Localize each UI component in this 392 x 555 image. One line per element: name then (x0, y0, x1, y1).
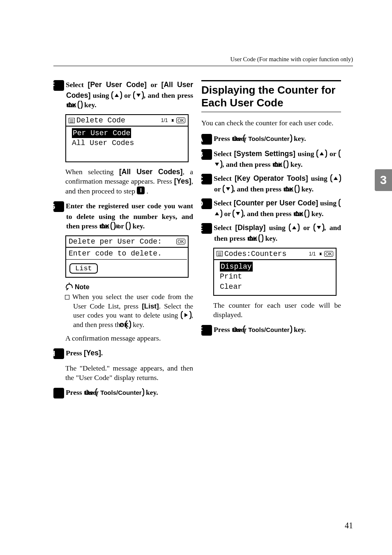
ok-icon-3: OK (324, 251, 333, 257)
lcd-delete-per-user: Delete per User Code: OK Enter code to d… (65, 235, 189, 278)
page-number: 41 (345, 521, 353, 530)
rlcd-row1: Display (220, 262, 253, 272)
r-step-5: ESelect [Display] using or , and then pr… (201, 223, 341, 243)
step-6-icon: F (53, 80, 64, 91)
right-column: Displaying the Counter for Each User Cod… (201, 80, 341, 340)
r-step-5-text: Select [Display] using or , and then pre… (214, 223, 341, 242)
r-step-6-icon: F (201, 325, 212, 336)
intro-text: You can check the counter for each user … (201, 118, 341, 128)
step-7-text: Enter the registered user code you want … (66, 202, 193, 230)
step-6-text: Select [Per User Code] or [All User Code… (66, 81, 193, 109)
header-rule (53, 66, 353, 66)
rlcd-row2: Print (217, 272, 333, 281)
list-button: List (69, 263, 98, 274)
r-step-4: DSelect [Counter per User Code] using or… (201, 198, 341, 219)
r-step-3: CSelect [Key Operator Tools] using or , … (201, 174, 341, 194)
r-step-2-text: Select [System Settings] using or , and … (214, 150, 341, 168)
step-8: HPress [Yes]. (53, 348, 193, 359)
lcd2-title: Delete per User Code: (69, 237, 162, 246)
note-icon (65, 283, 73, 290)
list-icon (69, 118, 75, 123)
r-step-1-text: Press the User Tools/Counter key. (214, 134, 306, 143)
lcd1-title: Delete Code (76, 116, 125, 124)
r-step-5-icon: E (201, 223, 212, 234)
r-step-3-icon: C (201, 174, 212, 184)
step-9-icon: I (53, 388, 64, 398)
step-7: GEnter the registered user code you want… (53, 201, 193, 231)
note-section: Note (65, 283, 193, 291)
deleted-line: The "Deleted." message appears, and then… (65, 364, 193, 383)
list-icon-2 (217, 251, 223, 256)
rlcd-title: Codes:Counters (224, 250, 286, 258)
r-step-2: BSelect [System Settings] using or , and… (201, 149, 341, 169)
step-6: FSelect [Per User Code] or [All User Cod… (53, 80, 193, 110)
step-8-icon: H (53, 348, 64, 359)
ok-icon: OK (176, 117, 185, 123)
chapter-tab: 3 (375, 169, 392, 191)
rlcd-row3: Clear (217, 282, 333, 292)
rlcd-page: 1/1 (309, 251, 316, 257)
lcd1-row2: All User Codes (69, 138, 185, 148)
r-step-3-text: Select [Key Operator Tools] using or , a… (214, 174, 341, 193)
bullet-icon (65, 295, 69, 299)
r-step-6: FPress the User Tools/Counter key. (201, 325, 341, 336)
r-step-4-text: Select [Counter per User Code] using or … (214, 199, 341, 218)
step-ref-9: I (137, 187, 145, 194)
lcd1-row1: Per User Code (72, 128, 131, 138)
ok-icon-2: OK (176, 239, 185, 244)
after-lcd-text: The counter for each user code will be d… (213, 301, 341, 320)
lcd2-row1: Enter code to delete. (68, 249, 185, 258)
r-step-4-icon: D (201, 198, 212, 209)
page-header: User Code (For machine with copier funct… (231, 56, 353, 63)
r-step-2-icon: B (201, 149, 212, 160)
note-label: Note (75, 283, 90, 290)
r-step-1: APress the User Tools/Counter key. (201, 134, 341, 145)
left-column: FSelect [Per User Code] or [All User Cod… (53, 80, 193, 403)
confirm-line: A confirmation message appears. (65, 334, 193, 343)
r-step-1-icon: A (201, 134, 212, 145)
lcd-delete-code: Delete Code 1/1 ▲▼ OK Per User Code All … (65, 114, 189, 162)
step-9-text: Press the User Tools/Counter key. (66, 388, 158, 396)
step-7-icon: G (53, 201, 64, 212)
step-9: IPress the User Tools/Counter key. (53, 388, 193, 398)
r-step-6-text: Press the User Tools/Counter key. (214, 325, 306, 334)
lcd1-page: 1/1 (161, 117, 168, 123)
step-8-text: Press [Yes]. (66, 349, 103, 357)
section-heading: Displaying the Counter for Each User Cod… (201, 80, 341, 112)
note-bullet: When you select the user code from the U… (53, 292, 193, 329)
lcd-codes-counters: Codes:Counters 1/1 ▲▼ OK Display Print C… (213, 248, 337, 296)
all-user-codes-note: When selecting [All User Codes], a confi… (65, 167, 193, 196)
